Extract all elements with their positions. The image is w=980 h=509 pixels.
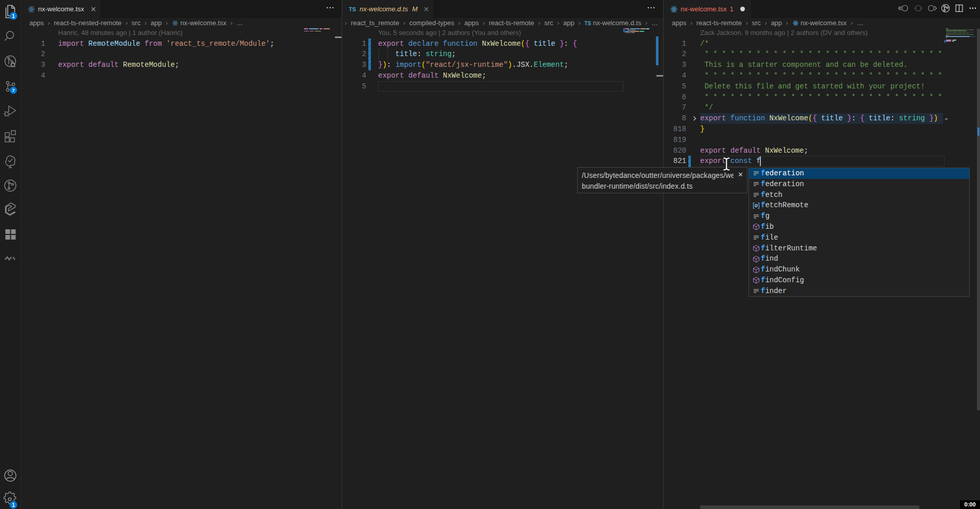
svg-text:7: 7 [12,87,14,93]
svg-text:1: 1 [12,13,15,19]
svg-text:1: 1 [12,502,15,508]
